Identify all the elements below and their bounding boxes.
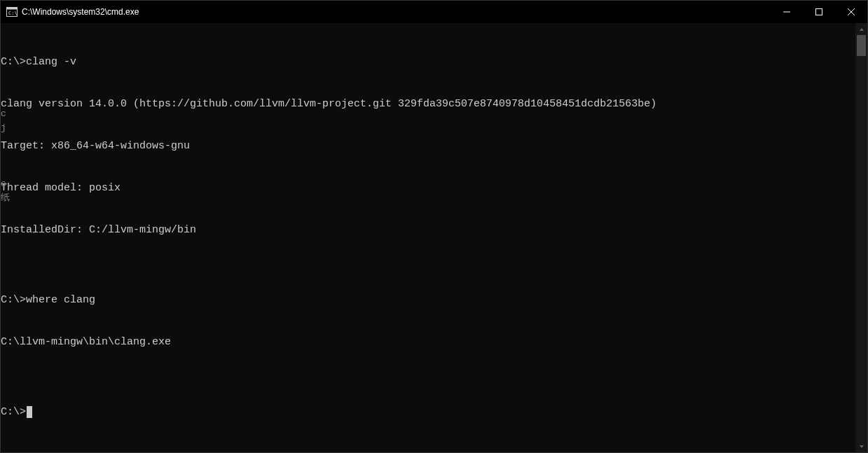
- scroll-up-arrow[interactable]: [855, 23, 867, 35]
- svg-text:C:\: C:\: [8, 11, 18, 16]
- minimize-button[interactable]: [771, 1, 803, 23]
- prompt-line: C:\>clang -v: [1, 55, 855, 69]
- close-button[interactable]: [835, 1, 867, 23]
- output-line: Target: x86_64-w64-windows-gnu: [1, 139, 855, 153]
- current-prompt-line: C:\>: [1, 405, 855, 419]
- terminal-output[interactable]: C:\>clang -v clang version 14.0.0 (https…: [1, 23, 855, 452]
- window-controls: [771, 1, 867, 23]
- scroll-down-arrow[interactable]: [855, 440, 867, 452]
- cmd-window: C:\ C:\Windows\system32\cmd.exe c j c 纸: [0, 0, 868, 453]
- text-cursor: [27, 406, 32, 418]
- scrollbar-thumb[interactable]: [857, 35, 866, 56]
- output-line: InstalledDir: C:/llvm-mingw/bin: [1, 223, 855, 237]
- output-line: Thread model: posix: [1, 181, 855, 195]
- scrollbar-track[interactable]: [855, 35, 867, 440]
- window-title: C:\Windows\system32\cmd.exe: [22, 7, 771, 17]
- svg-rect-4: [816, 9, 822, 15]
- svg-marker-8: [860, 445, 864, 448]
- maximize-button[interactable]: [803, 1, 835, 23]
- svg-marker-7: [860, 28, 864, 31]
- titlebar[interactable]: C:\ C:\Windows\system32\cmd.exe: [1, 1, 867, 23]
- vertical-scrollbar[interactable]: [855, 23, 867, 452]
- svg-rect-1: [7, 8, 18, 10]
- cmd-icon: C:\: [6, 6, 18, 18]
- output-line: C:\llvm-mingw\bin\clang.exe: [1, 335, 855, 349]
- prompt-line: C:\>where clang: [1, 293, 855, 307]
- output-line: clang version 14.0.0 (https://github.com…: [1, 97, 855, 111]
- terminal-area[interactable]: c j c 纸 C:\>clang -v clang version 14.0.…: [1, 23, 867, 452]
